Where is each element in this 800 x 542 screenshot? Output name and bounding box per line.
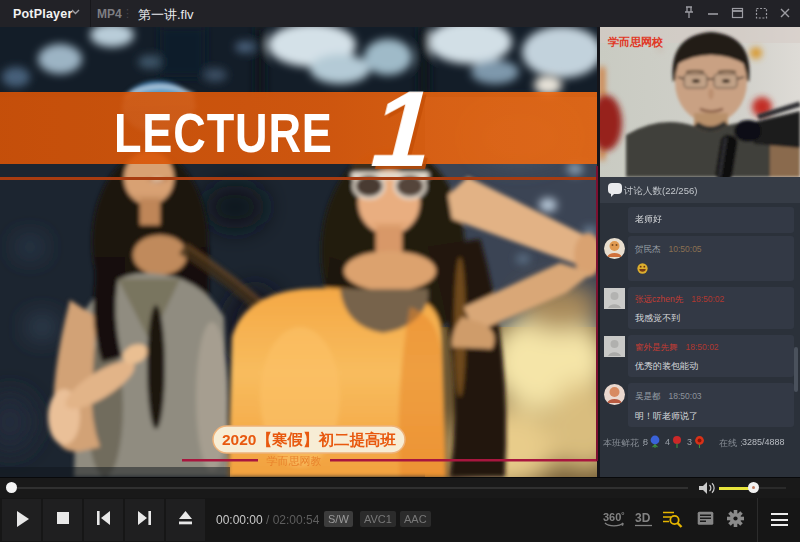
svg-text:2020【寒假】初二提高班: 2020【寒假】初二提高班 (222, 431, 396, 448)
svg-text:LECTURE: LECTURE (114, 102, 333, 164)
svg-text:学而思网教: 学而思网教 (267, 455, 322, 467)
svg-text:3D: 3D (635, 511, 651, 525)
svg-text:学而思网校: 学而思网校 (607, 36, 664, 48)
svg-text:360˚: 360˚ (603, 511, 625, 523)
